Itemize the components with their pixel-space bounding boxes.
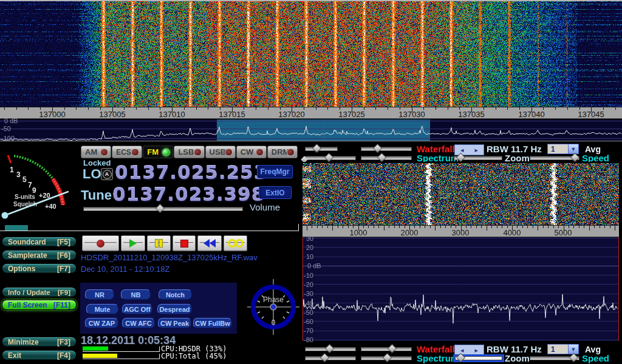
cw-afc-button[interactable]: CW AFC bbox=[122, 318, 155, 328]
rewind-icon bbox=[203, 239, 216, 248]
spectrum-brightness-slider[interactable] bbox=[305, 356, 356, 360]
waterfall-contrast-slider[interactable] bbox=[361, 346, 412, 351]
waterfall-contrast-slider[interactable] bbox=[361, 146, 412, 150]
cpu-total-fill bbox=[83, 354, 117, 358]
s-units-label: S-units bbox=[15, 194, 35, 200]
button-label: Full Screen bbox=[8, 301, 47, 309]
samplerate-button[interactable]: Samplerate [F6] bbox=[2, 250, 77, 260]
extio-button[interactable]: ExtIO bbox=[259, 186, 292, 199]
recording-timestamp: Dec 10, 2011 - 12:10:18Z bbox=[81, 265, 169, 274]
af-db-label: -10 bbox=[304, 272, 313, 279]
button-label: Exit bbox=[8, 351, 21, 360]
rf-spectrum[interactable]: 0 dB -50 -100 bbox=[0, 120, 622, 141]
freqmgr-button[interactable]: FreqMgr bbox=[257, 165, 293, 178]
cw-peak-button[interactable]: CW Peak bbox=[158, 318, 191, 328]
mode-lsb-button[interactable]: LSB bbox=[174, 146, 204, 158]
slider-thumb[interactable] bbox=[377, 153, 387, 163]
zoom-label: Zoom bbox=[505, 353, 530, 363]
slider-thumb[interactable] bbox=[325, 344, 335, 354]
slider-thumb[interactable] bbox=[569, 353, 579, 363]
auto-badge: A bbox=[103, 170, 112, 179]
mode-usb-button[interactable]: USB bbox=[205, 146, 236, 158]
rf-db-label: -50 bbox=[1, 125, 11, 132]
lo-auto-button[interactable]: A bbox=[101, 168, 113, 180]
transport-bar bbox=[82, 235, 247, 251]
exit-button[interactable]: Exit [F4] bbox=[2, 350, 77, 360]
soundcard-button[interactable]: Soundcard [F5] bbox=[2, 237, 77, 247]
mode-led-icon bbox=[162, 148, 170, 156]
lo-frequency-value[interactable]: 0137.025.253 bbox=[115, 161, 267, 183]
slider-thumb[interactable] bbox=[320, 353, 330, 363]
button-label: Minimize bbox=[8, 338, 39, 346]
af-db-label: 20 bbox=[306, 244, 313, 251]
arrow-right-icon[interactable]: ▸ bbox=[474, 346, 478, 354]
info-update-button[interactable]: Info / Update [F9] bbox=[2, 287, 77, 297]
button-key: [F6] bbox=[57, 251, 70, 260]
tune-cursor-line bbox=[323, 120, 324, 141]
mode-led-icon bbox=[131, 148, 139, 156]
slider-thumb[interactable] bbox=[570, 153, 580, 163]
stop-button[interactable] bbox=[173, 235, 196, 251]
speed-slider[interactable] bbox=[530, 155, 579, 160]
mute-button[interactable]: Mute bbox=[86, 304, 118, 314]
waterfall-brightness-slider[interactable] bbox=[305, 146, 338, 150]
arrow-right-icon[interactable]: ▸ bbox=[474, 146, 478, 154]
mode-led-icon bbox=[100, 148, 108, 156]
af-db-label: -80 bbox=[304, 336, 313, 343]
mode-label: AM bbox=[85, 147, 97, 157]
button-key: [F7] bbox=[57, 265, 70, 273]
cw-fullbw-button[interactable]: CW FullBw bbox=[193, 318, 232, 328]
zoom-slider[interactable] bbox=[454, 155, 502, 160]
phase-dial[interactable]: Phase 0 bbox=[247, 278, 299, 336]
audio-waterfall[interactable] bbox=[302, 162, 619, 225]
options-button[interactable]: Options [F7] bbox=[2, 263, 77, 274]
pause-button[interactable] bbox=[147, 235, 171, 251]
mode-fm-button[interactable]: FM bbox=[143, 146, 173, 158]
spectrum-brightness-slider[interactable] bbox=[305, 155, 356, 160]
notch-button[interactable]: Notch bbox=[159, 289, 192, 300]
rf-frequency-scale[interactable]: 137000 137005 137010 137015 137020 13702… bbox=[0, 107, 622, 119]
rewind-button[interactable] bbox=[197, 235, 222, 251]
loop-button[interactable] bbox=[224, 235, 247, 251]
cw-zap-button[interactable]: CW ZAP bbox=[85, 318, 118, 328]
spectrum-contrast-slider[interactable] bbox=[361, 356, 412, 360]
rf-waterfall[interactable] bbox=[0, 1, 622, 107]
slider-thumb[interactable] bbox=[388, 344, 397, 354]
slider-thumb[interactable] bbox=[156, 204, 165, 214]
audio-frequency-scale[interactable]: 1000 2000 3000 4000 5000 bbox=[302, 225, 619, 237]
divider bbox=[0, 231, 299, 231]
squelch-level-bar[interactable] bbox=[5, 225, 28, 231]
mode-drm-button[interactable]: DRM bbox=[267, 146, 298, 158]
record-button[interactable] bbox=[82, 235, 119, 251]
mode-ecss-button[interactable]: ECSS bbox=[112, 146, 142, 158]
spectrum-border-right bbox=[618, 237, 619, 341]
tune-frequency-value[interactable]: 0137.023.398 bbox=[112, 183, 265, 205]
slider-thumb[interactable] bbox=[383, 353, 392, 363]
mode-am-button[interactable]: AM bbox=[81, 146, 111, 158]
af-db-label: 0 dB bbox=[307, 262, 321, 269]
speed-slider[interactable] bbox=[530, 356, 579, 360]
speed-label: Speed bbox=[582, 353, 609, 363]
button-label: Samplerate bbox=[8, 251, 47, 260]
button-key: [F11] bbox=[53, 301, 70, 309]
slider-thumb[interactable] bbox=[312, 144, 322, 153]
play-button[interactable] bbox=[121, 235, 145, 251]
audio-spectrum[interactable]: 30 20 10 0 dB -10 -20 -30 -40 -50 -60 -7… bbox=[302, 237, 619, 341]
waterfall-brightness-slider[interactable] bbox=[305, 346, 356, 351]
meter-tick: 5 bbox=[22, 175, 27, 184]
mode-button-row: AM ECSS FM LSB USB CW DRM bbox=[81, 146, 298, 158]
spectrum-contrast-slider[interactable] bbox=[361, 155, 412, 160]
fullscreen-button[interactable]: Full Screen [F11] bbox=[2, 300, 77, 310]
volume-slider[interactable] bbox=[83, 206, 243, 211]
minimize-button[interactable]: Minimize [F3] bbox=[2, 337, 77, 347]
zoom-slider[interactable] bbox=[455, 356, 502, 360]
nr-button[interactable]: NR bbox=[85, 289, 114, 300]
slider-thumb[interactable] bbox=[324, 153, 333, 163]
slider-thumb[interactable] bbox=[373, 144, 383, 153]
despread-button[interactable]: Despread bbox=[157, 304, 192, 314]
mode-label: CW bbox=[241, 147, 254, 157]
mode-cw-button[interactable]: CW bbox=[236, 146, 267, 158]
nb-button[interactable]: NB bbox=[121, 289, 151, 300]
agc-off-button[interactable]: AGC Off bbox=[122, 304, 152, 314]
dropdown-arrow-icon[interactable]: ▼ bbox=[568, 144, 578, 153]
